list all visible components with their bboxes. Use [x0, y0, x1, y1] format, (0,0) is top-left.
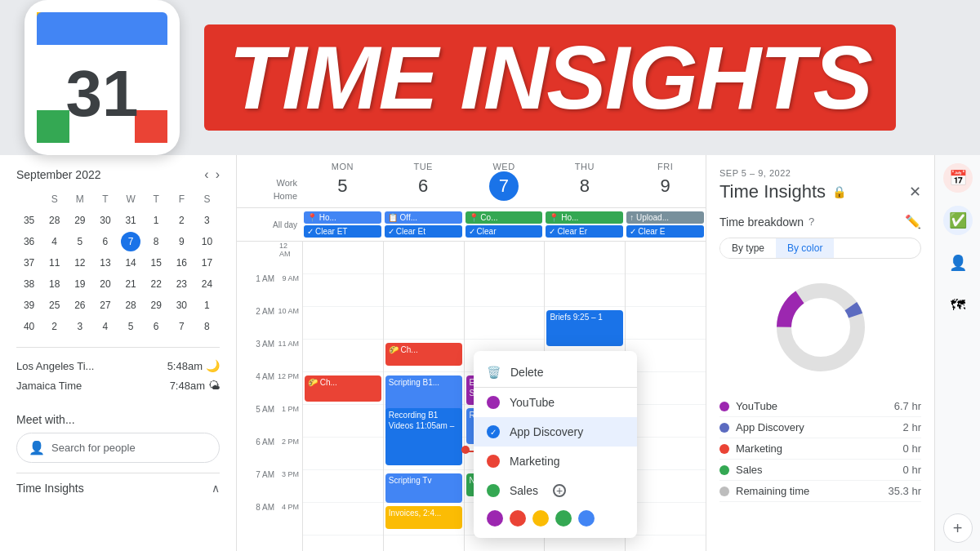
calendar-day[interactable]: 11: [42, 252, 67, 273]
calendar-day[interactable]: 2: [42, 316, 67, 337]
toggle-by-color[interactable]: By color: [776, 238, 834, 258]
rail-tasks-icon[interactable]: ✅: [943, 206, 973, 235]
event-chipotle[interactable]: 🌮 Ch...: [305, 375, 381, 402]
ctx-marketing[interactable]: Marketing: [474, 447, 637, 476]
calendar-day[interactable]: 8: [144, 231, 169, 252]
calendar-day[interactable]: 6: [144, 316, 169, 337]
ti-chevron-icon[interactable]: ∧: [212, 482, 220, 495]
clear-event-fri[interactable]: ✓ Clear E: [626, 225, 704, 238]
calendar-day[interactable]: 15: [144, 252, 169, 273]
work-home-col: 12 AM 9 AM 10 AM 11 AM 12 PM 1 PM 2 PM 3…: [278, 242, 302, 551]
event-ch2[interactable]: 🌮 Ch...: [385, 343, 462, 366]
delete-option[interactable]: 🗑️ Delete: [474, 358, 637, 388]
calendar-day[interactable]: 12: [67, 252, 92, 273]
calendar-day[interactable]: 29: [144, 295, 169, 316]
calendar-day[interactable]: 28: [118, 295, 144, 316]
ctx-sales[interactable]: Sales +: [474, 476, 637, 505]
day-header-mon: M: [67, 189, 92, 210]
calendar-day[interactable]: 17: [194, 252, 220, 273]
event-invoices[interactable]: Invoices, 2:4...: [385, 506, 462, 529]
ctx-youtube[interactable]: YouTube: [474, 388, 637, 417]
calendar-day[interactable]: 27: [92, 295, 118, 316]
legend-youtube-hours: 6.7 hr: [894, 400, 921, 412]
edit-icon[interactable]: ✏️: [905, 214, 921, 229]
swatch-blue[interactable]: [578, 510, 595, 527]
day-col-fri: [625, 242, 706, 551]
calendar-day[interactable]: 2: [169, 210, 194, 231]
calendar-day[interactable]: 30: [92, 210, 118, 231]
calendar-day[interactable]: 28: [42, 210, 67, 231]
week-num: 40: [16, 316, 42, 337]
calendar-day[interactable]: 25: [42, 295, 67, 316]
calendar-day[interactable]: 31: [118, 210, 144, 231]
calendar-day[interactable]: 19: [67, 273, 92, 295]
calendar-day[interactable]: 21: [118, 273, 144, 295]
prev-month-button[interactable]: ‹: [204, 167, 208, 182]
swatch-yellow[interactable]: [532, 510, 549, 527]
ctx-app-discovery[interactable]: ✓ App Discovery: [474, 417, 637, 447]
all-day-event-thu[interactable]: 📍 Ho...: [546, 211, 623, 224]
swatch-green[interactable]: [555, 510, 572, 527]
calendar-day[interactable]: 22: [144, 273, 169, 295]
tz-jamaica-name: Jamaica Time: [16, 380, 82, 392]
all-day-event-wed[interactable]: 📍 Co...: [466, 211, 543, 224]
calendar-day[interactable]: 5: [118, 316, 144, 337]
main-title: TIME INSIGHTS: [204, 24, 896, 131]
ins-date-range: SEP 5 – 9, 2022: [719, 168, 921, 178]
calendar-day[interactable]: 13: [92, 252, 118, 273]
calendar-day[interactable]: 3: [194, 210, 220, 231]
ins-toggle[interactable]: By type By color: [719, 238, 921, 259]
day-header-wed: W: [118, 189, 144, 210]
calendar-day[interactable]: 23: [169, 273, 194, 295]
calendar-day[interactable]: 30: [169, 295, 194, 316]
calendar-day[interactable]: 3: [67, 316, 92, 337]
clear-event-tue[interactable]: ✓ Clear Et: [385, 225, 462, 238]
lock-icon: 🔒: [832, 185, 846, 198]
calendar-day[interactable]: 18: [42, 273, 67, 295]
rail-add-button[interactable]: +: [943, 513, 973, 543]
clear-event-mon[interactable]: ✓ Clear ET: [304, 225, 381, 238]
all-day-event-fri[interactable]: ↑ Upload...: [626, 211, 704, 224]
ins-legend: YouTube 6.7 hr App Discovery 2 hr Market…: [719, 396, 921, 502]
calendar-day[interactable]: 7: [118, 231, 144, 252]
marketing-color-dot: [487, 455, 500, 468]
calendar-day[interactable]: 24: [194, 273, 220, 295]
calendar-day[interactable]: 7: [169, 316, 194, 337]
all-day-event[interactable]: 📍 Ho...: [304, 211, 381, 224]
calendar-day[interactable]: 8: [194, 316, 220, 337]
swatch-red[interactable]: [510, 510, 526, 527]
calendar-day[interactable]: 20: [92, 273, 118, 295]
event-recording[interactable]: Recording B1 Videos 11:05am –: [385, 408, 462, 465]
search-people-input[interactable]: 👤 Search for people: [16, 433, 220, 463]
clear-event-thu[interactable]: ✓ Clear Er: [546, 225, 623, 238]
all-day-event-tue[interactable]: 📋 Off...: [385, 211, 462, 224]
calendar-day[interactable]: 4: [42, 231, 67, 252]
ti-header[interactable]: Time Insights ∧: [16, 482, 220, 495]
event-briefs[interactable]: Briefs 9:25 – 1: [546, 310, 623, 346]
calendar-day[interactable]: 29: [67, 210, 92, 231]
mini-cal-nav[interactable]: ‹ ›: [204, 167, 220, 182]
calendar-day[interactable]: 10: [194, 231, 220, 252]
calendar-day[interactable]: 9: [169, 231, 194, 252]
calendar-day[interactable]: 5: [67, 231, 92, 252]
calendar-day[interactable]: 26: [67, 295, 92, 316]
plus-icon[interactable]: +: [553, 484, 566, 497]
toggle-by-type[interactable]: By type: [720, 238, 776, 258]
rail-calendar-icon[interactable]: 📅: [943, 163, 973, 193]
next-month-button[interactable]: ›: [216, 167, 220, 182]
calendar-day[interactable]: 16: [169, 252, 194, 273]
event-scripting-tv[interactable]: Scripting Tv: [385, 473, 462, 503]
week-num: 38: [16, 273, 42, 295]
rail-maps-icon[interactable]: 🗺: [943, 291, 973, 320]
clear-event-wed[interactable]: ✓ Clear: [466, 225, 543, 238]
calendar-day[interactable]: 1: [194, 295, 220, 316]
rail-people-icon[interactable]: 👤: [943, 248, 973, 278]
legend-remaining: Remaining time 35.3 hr: [719, 481, 921, 502]
close-button[interactable]: ✕: [909, 183, 921, 201]
calendar-day[interactable]: 1: [144, 210, 169, 231]
legend-remaining-label: Remaining time: [736, 485, 809, 497]
swatch-purple[interactable]: [487, 510, 503, 527]
calendar-day[interactable]: 6: [92, 231, 118, 252]
calendar-day[interactable]: 14: [118, 252, 144, 273]
calendar-day[interactable]: 4: [92, 316, 118, 337]
